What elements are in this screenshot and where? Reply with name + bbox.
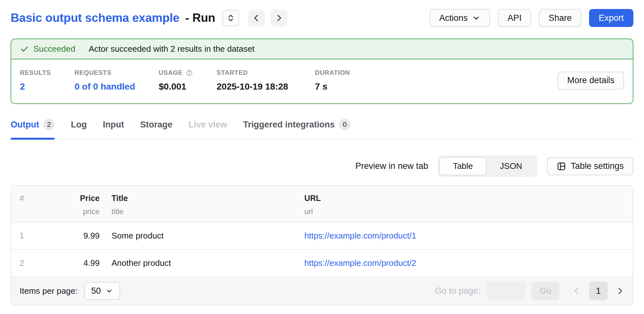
- column-price: Price price: [63, 194, 100, 216]
- pagination-controls: Go to page: Go 1: [435, 282, 624, 300]
- next-run-button[interactable]: [271, 10, 287, 26]
- column-price-field: price: [63, 207, 100, 216]
- up-down-chevron-icon: [226, 13, 236, 23]
- row-price: 9.99: [63, 231, 100, 241]
- output-toolbar: Preview in new tab Table JSON Table sett…: [11, 155, 633, 177]
- run-selector-button[interactable]: [222, 10, 239, 26]
- tab-input-label: Input: [103, 120, 124, 130]
- chevron-down-icon: [105, 287, 113, 295]
- table-header: # Price price Title title URL url: [11, 186, 633, 222]
- table-settings-label: Table settings: [571, 161, 624, 171]
- help-circle-icon[interactable]: [186, 69, 193, 76]
- tab-live-view: Live view: [188, 119, 227, 139]
- export-button[interactable]: Export: [589, 9, 633, 27]
- row-index: 1: [11, 231, 63, 240]
- check-icon: [20, 45, 29, 54]
- tab-triggered-integrations-label: Triggered integrations: [243, 120, 335, 130]
- more-details-button[interactable]: More details: [558, 72, 624, 90]
- column-title: Title title: [100, 194, 304, 216]
- chevron-down-icon: [472, 14, 480, 22]
- actions-label: Actions: [439, 13, 468, 23]
- go-button[interactable]: Go: [531, 282, 559, 300]
- previous-page-chevron-icon[interactable]: [572, 286, 581, 295]
- column-index-name: #: [20, 194, 63, 203]
- current-page-button[interactable]: 1: [589, 282, 608, 300]
- stat-usage: USAGE $0.001: [159, 69, 217, 92]
- go-to-page-label: Go to page:: [435, 286, 480, 296]
- tab-log-label: Log: [71, 120, 86, 130]
- next-page-chevron-icon[interactable]: [615, 286, 624, 295]
- stat-usage-label-text: USAGE: [159, 69, 183, 76]
- actions-dropdown-button[interactable]: Actions: [430, 9, 490, 27]
- tab-triggered-integrations-badge: 0: [339, 119, 351, 130]
- column-title-field: title: [112, 207, 304, 216]
- run-detail-page: Basic output schema example - Run Action: [0, 9, 644, 305]
- run-tabs: Output 2 Log Input Storage Live view Tri…: [11, 119, 633, 139]
- column-title-name: Title: [112, 194, 304, 203]
- api-button[interactable]: API: [498, 9, 531, 27]
- row-title: Some product: [100, 231, 304, 241]
- stat-started-label: STARTED: [217, 69, 315, 76]
- tab-live-view-label: Live view: [188, 120, 227, 130]
- run-title-suffix: - Run: [185, 11, 215, 24]
- table-row: 2 4.99 Another product https://example.c…: [11, 249, 633, 276]
- stat-requests-value[interactable]: 0 of 0 handled: [75, 82, 159, 92]
- row-price: 4.99: [63, 258, 100, 268]
- stat-results: RESULTS 2: [20, 69, 75, 92]
- tab-triggered-integrations[interactable]: Triggered integrations 0: [243, 119, 351, 139]
- run-status-card: Succeeded Actor succeeded with 2 results…: [11, 39, 633, 104]
- tab-storage-label: Storage: [140, 120, 173, 130]
- table-settings-button[interactable]: Table settings: [547, 157, 633, 175]
- row-title: Another product: [100, 258, 304, 268]
- tab-output-label: Output: [11, 120, 39, 130]
- header-actions: Actions API Share Export: [430, 9, 633, 27]
- results-table: # Price price Title title URL url 1 9.99…: [11, 185, 633, 305]
- actor-title-link[interactable]: Basic output schema example: [11, 11, 179, 24]
- page-header: Basic output schema example - Run Action: [11, 9, 633, 27]
- view-toggle-json[interactable]: JSON: [487, 157, 536, 175]
- tab-output[interactable]: Output 2: [11, 119, 55, 139]
- stat-requests: REQUESTS 0 of 0 handled: [75, 69, 159, 92]
- column-index: #: [11, 194, 63, 216]
- previous-run-button[interactable]: [248, 10, 265, 26]
- row-url-link[interactable]: https://example.com/product/2: [304, 258, 416, 268]
- stat-results-value[interactable]: 2: [20, 82, 75, 92]
- items-per-page-label: Items per page:: [20, 286, 78, 296]
- view-toggle-table[interactable]: Table: [439, 157, 486, 175]
- go-to-page-input[interactable]: [486, 282, 525, 300]
- row-url-link[interactable]: https://example.com/product/1: [304, 231, 416, 240]
- chevron-left-icon: [252, 13, 261, 22]
- table-footer: Items per page: 50 Go to page: Go 1: [11, 276, 633, 305]
- stat-started: STARTED 2025-10-19 18:28: [217, 69, 315, 92]
- tab-input[interactable]: Input: [103, 119, 124, 139]
- stat-requests-label: REQUESTS: [75, 69, 159, 76]
- stat-started-value: 2025-10-19 18:28: [217, 82, 315, 92]
- row-index: 2: [11, 258, 63, 268]
- preview-in-new-tab-link[interactable]: Preview in new tab: [355, 161, 428, 171]
- column-url-field: url: [304, 207, 633, 216]
- stat-results-label: RESULTS: [20, 69, 75, 76]
- share-button[interactable]: Share: [539, 9, 581, 27]
- stat-duration: DURATION 7 s: [315, 69, 350, 92]
- stat-usage-label: USAGE: [159, 69, 217, 76]
- column-price-name: Price: [63, 194, 100, 203]
- table-row: 1 9.99 Some product https://example.com/…: [11, 222, 633, 249]
- tab-storage[interactable]: Storage: [140, 119, 173, 139]
- column-url: URL url: [304, 194, 633, 216]
- status-message: Actor succeeded with 2 results in the da…: [89, 44, 255, 54]
- page-title: Basic output schema example - Run: [11, 11, 215, 25]
- run-nav-group: [248, 10, 287, 26]
- view-toggle: Table JSON: [438, 155, 537, 177]
- chevron-right-icon: [274, 13, 283, 22]
- tab-log[interactable]: Log: [71, 119, 86, 139]
- items-per-page-value: 50: [91, 286, 101, 296]
- pager: 1: [572, 282, 624, 300]
- status-label: Succeeded: [33, 44, 75, 54]
- stat-usage-value: $0.001: [159, 82, 217, 92]
- column-url-name: URL: [304, 194, 633, 203]
- status-banner: Succeeded Actor succeeded with 2 results…: [11, 39, 633, 59]
- table-grid-icon: [557, 161, 566, 171]
- items-per-page-select[interactable]: 50: [84, 282, 120, 300]
- stat-duration-label: DURATION: [315, 69, 350, 76]
- run-stats-row: RESULTS 2 REQUESTS 0 of 0 handled USAGE …: [11, 59, 633, 103]
